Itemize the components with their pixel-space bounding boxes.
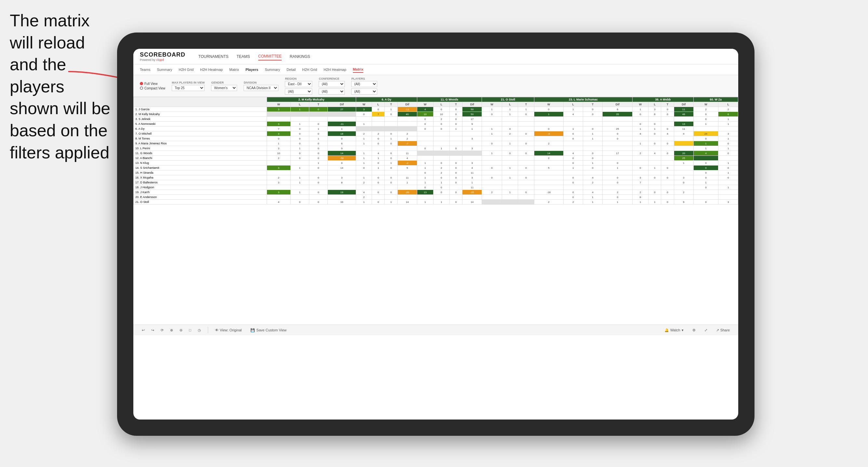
cell bbox=[482, 156, 502, 161]
cell: 0 bbox=[385, 156, 397, 161]
share-settings-button[interactable]: ⚙ bbox=[690, 328, 698, 333]
subnav-teams[interactable]: Teams bbox=[140, 67, 150, 72]
subnav-detail[interactable]: Detail bbox=[286, 67, 296, 72]
cell: 7 bbox=[632, 180, 649, 185]
expand-button[interactable]: ⤢ bbox=[703, 328, 709, 333]
subnav-h2h-heatmap2[interactable]: H2H Heatmap bbox=[323, 67, 346, 72]
table-row: 3. S Jelinek 02017 01 bbox=[134, 117, 738, 122]
cell: 0 bbox=[328, 136, 356, 141]
zoom-in-button[interactable]: ⊕ bbox=[168, 328, 175, 333]
player-name: 17. D Ballesteros bbox=[134, 180, 267, 185]
view-original-button[interactable]: 👁 View: Original bbox=[213, 328, 244, 333]
cell: 0 bbox=[602, 161, 632, 165]
region-sub-select[interactable]: (All) bbox=[285, 89, 312, 95]
cell bbox=[372, 126, 384, 131]
conference-sub-select[interactable]: (All) bbox=[319, 89, 345, 95]
subnav-h2h-heatmap[interactable]: H2H Heatmap bbox=[200, 67, 223, 72]
cell: 0 bbox=[661, 141, 674, 146]
filters-row: Full View Compact View Max players in vi… bbox=[133, 75, 738, 97]
view-options: Full View Compact View bbox=[140, 82, 165, 90]
sh-w4: W bbox=[482, 102, 502, 107]
cell: 1 bbox=[309, 126, 328, 131]
cell: 0 bbox=[482, 165, 502, 170]
cell bbox=[502, 136, 518, 141]
cell: 11 bbox=[674, 107, 693, 112]
cell: 0 bbox=[693, 165, 718, 170]
cell: 0 bbox=[309, 200, 328, 205]
subnav-matrix[interactable]: Matrix bbox=[229, 67, 239, 72]
cell: 0 bbox=[693, 175, 718, 180]
subnav-players[interactable]: Players bbox=[246, 67, 258, 72]
cell: -11 bbox=[397, 107, 417, 112]
cell bbox=[482, 161, 502, 165]
save-custom-button[interactable]: 💾 Save Custom View bbox=[248, 328, 288, 333]
players-filter: Players (All) (All) bbox=[351, 77, 377, 95]
cell bbox=[518, 117, 534, 122]
table-row: 1. J Garcia 31027 301-11 40050 111 0106 … bbox=[134, 107, 738, 112]
division-select[interactable]: NCAA Division II NCAA Division I NCAA Di… bbox=[244, 85, 278, 91]
cell: 24 bbox=[693, 131, 718, 136]
nav-rankings[interactable]: RANKINGS bbox=[290, 53, 310, 60]
cell: 0 bbox=[661, 165, 674, 170]
share-button[interactable]: ↗ Share bbox=[714, 328, 732, 333]
cell: 0 bbox=[290, 136, 309, 141]
cell bbox=[534, 185, 563, 190]
clock-button[interactable]: ◷ bbox=[196, 328, 203, 333]
cell: 0 bbox=[563, 156, 583, 161]
subnav-summary2[interactable]: Summary bbox=[265, 67, 280, 72]
cell bbox=[583, 122, 602, 126]
cell bbox=[518, 170, 534, 175]
cell: 0 bbox=[563, 161, 583, 165]
cell: 0 bbox=[309, 165, 328, 170]
players-sub-select[interactable]: (All) bbox=[351, 89, 377, 95]
cell: 2 bbox=[356, 180, 372, 185]
cell bbox=[502, 156, 518, 161]
redo-button[interactable]: ↪ bbox=[149, 328, 156, 333]
subnav-h2h-grid2[interactable]: H2H Grid bbox=[302, 67, 317, 72]
cell bbox=[482, 195, 502, 200]
cell: 0 bbox=[602, 136, 632, 141]
cell bbox=[518, 161, 534, 165]
subnav-matrix2[interactable]: Matrix bbox=[353, 66, 363, 73]
gender-select[interactable]: Women's Men's bbox=[211, 85, 237, 91]
cell bbox=[462, 195, 482, 200]
cell bbox=[267, 185, 290, 190]
zoom-out-button[interactable]: ⊖ bbox=[178, 328, 184, 333]
cell: 0 bbox=[450, 146, 462, 151]
cell bbox=[328, 112, 356, 117]
nav-committee[interactable]: COMMITTEE bbox=[258, 53, 282, 61]
refresh-button[interactable]: ⟳ bbox=[159, 328, 165, 333]
conference-select[interactable]: (All) bbox=[319, 81, 345, 87]
cell bbox=[718, 156, 738, 161]
cell: 1 bbox=[583, 131, 602, 136]
cell bbox=[372, 146, 384, 151]
cell: 1 bbox=[482, 126, 502, 131]
col-header-dy: 6. A Dy bbox=[356, 97, 417, 102]
nav-teams[interactable]: TEAMS bbox=[237, 53, 250, 60]
cell bbox=[602, 117, 632, 122]
max-players-select[interactable]: Top 25 Top 50 All bbox=[172, 85, 205, 91]
full-view-option[interactable]: Full View bbox=[140, 82, 165, 86]
subnav-h2h-grid[interactable]: H2H Grid bbox=[179, 67, 193, 72]
cell: 0 bbox=[385, 151, 397, 156]
nav-tournaments[interactable]: TOURNAMENTS bbox=[198, 53, 228, 60]
cell: 1 bbox=[356, 175, 372, 180]
cell bbox=[309, 195, 328, 200]
players-select[interactable]: (All) bbox=[351, 81, 377, 87]
tablet-frame: SCOREBOARD Powered by clippd TOURNAMENTS… bbox=[117, 33, 754, 436]
region-select[interactable]: East - DII West - DII Central - DII bbox=[285, 81, 312, 87]
cell: 0 bbox=[693, 136, 718, 141]
cell: 1 bbox=[417, 200, 433, 205]
watch-button[interactable]: 🔔 Watch ▾ bbox=[662, 328, 686, 333]
layout-button[interactable]: □ bbox=[187, 328, 193, 333]
cell: 2 bbox=[718, 107, 738, 112]
table-row: 10. L Perini 3100 0103 11 bbox=[134, 146, 738, 151]
matrix-content[interactable]: 2. M Kelly Mulcahy 6. A Dy 11. G Woods 2… bbox=[133, 97, 738, 324]
cell bbox=[648, 136, 661, 141]
cell bbox=[518, 195, 534, 200]
subnav-summary[interactable]: Summary bbox=[157, 67, 172, 72]
undo-button[interactable]: ↩ bbox=[140, 328, 147, 333]
cell: 4 bbox=[267, 200, 290, 205]
compact-view-option[interactable]: Compact View bbox=[140, 87, 165, 90]
cell bbox=[632, 170, 649, 175]
